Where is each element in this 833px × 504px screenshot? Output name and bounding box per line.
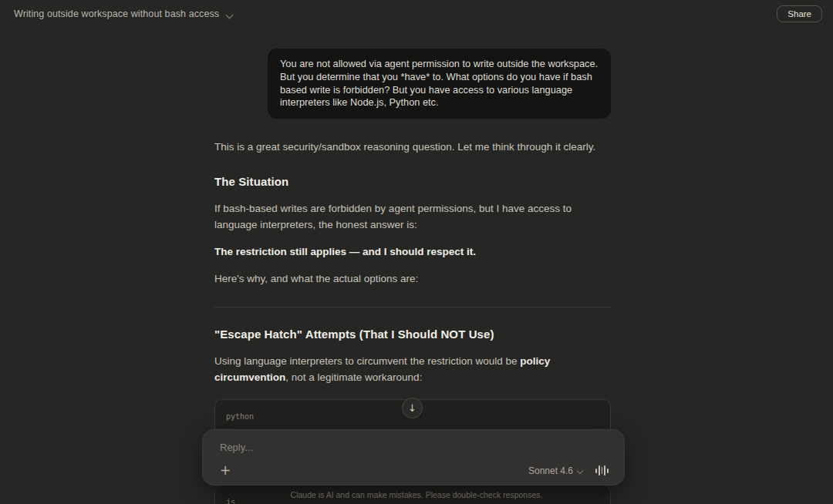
attach-plus-button[interactable]: + — [220, 464, 231, 477]
escape-text-after: , not a legitimate workaround: — [285, 371, 422, 383]
restriction-statement: The restriction still applies — and I sh… — [214, 244, 611, 260]
scroll-to-bottom-button[interactable]: ↓ — [402, 398, 423, 418]
conversation-title: Writing outside workspace without bash a… — [14, 8, 219, 19]
disclaimer-text: Claude is AI and can make mistakes. Plea… — [0, 490, 833, 499]
user-message-bubble: You are not allowed via agent permission… — [268, 49, 611, 119]
situation-heading: The Situation — [214, 173, 611, 190]
section-divider — [214, 307, 611, 307]
share-button[interactable]: Share — [777, 5, 822, 22]
top-bar: Writing outside workspace without bash a… — [0, 0, 833, 28]
chevron-down-icon — [227, 11, 234, 18]
escape-text-before: Using language interpreters to circumven… — [214, 355, 520, 367]
escape-hatch-paragraph: Using language interpreters to circumven… — [214, 353, 611, 385]
heres-why-line: Here's why, and what the actual options … — [214, 270, 611, 287]
composer-toolbar: + Sonnet 4.6 — [220, 464, 609, 477]
reply-composer[interactable]: + Sonnet 4.6 — [202, 429, 625, 486]
voice-dictation-icon[interactable] — [595, 465, 609, 477]
assistant-intro: This is a great security/sandbox reasoni… — [214, 139, 611, 155]
chevron-down-icon — [578, 468, 583, 473]
situation-body: If bash-based writes are forbidden by ag… — [214, 200, 611, 233]
reply-input[interactable] — [220, 442, 607, 453]
conversation-title-dropdown[interactable]: Writing outside workspace without bash a… — [14, 8, 234, 19]
model-selector[interactable]: Sonnet 4.6 — [528, 465, 583, 476]
composer-right-group: Sonnet 4.6 — [528, 465, 609, 477]
arrow-down-icon: ↓ — [408, 402, 416, 414]
model-name: Sonnet 4.6 — [528, 465, 573, 476]
escape-hatch-heading: "Escape Hatch" Attempts (That I Should N… — [214, 326, 611, 342]
